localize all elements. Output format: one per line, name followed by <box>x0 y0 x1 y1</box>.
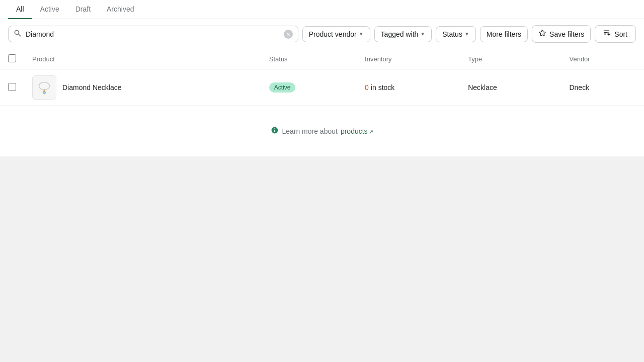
product-column-header: Product <box>24 49 261 69</box>
tab-archived[interactable]: Archived <box>99 0 142 19</box>
star-icon <box>538 29 546 39</box>
svg-point-0 <box>39 82 50 90</box>
status-label: Status <box>442 30 462 38</box>
tab-draft[interactable]: Draft <box>67 0 99 19</box>
status-cell: Active <box>261 69 357 106</box>
status-chevron-icon: ▼ <box>464 31 469 37</box>
tagged-with-label: Tagged with <box>381 30 419 38</box>
svg-point-1 <box>43 92 46 94</box>
product-vendor-filter-button[interactable]: Product vendor ▼ <box>302 26 370 42</box>
sort-icon <box>603 29 611 39</box>
learn-more-text: Learn more about <box>282 127 338 135</box>
search-container[interactable] <box>8 26 298 42</box>
table-row: Diamond Necklace Active 0 in stock <box>0 69 644 106</box>
inventory-count: 0 <box>365 83 369 92</box>
type-cell: Necklace <box>460 69 561 106</box>
status-badge: Active <box>269 82 296 93</box>
select-all-header <box>0 49 24 69</box>
type-column-header: Type <box>460 49 561 69</box>
row-checkbox-cell <box>0 69 24 106</box>
search-icon <box>14 29 22 39</box>
products-link[interactable]: products↗ <box>341 127 373 135</box>
vendor-cell: Dneck <box>561 69 644 106</box>
inventory-label: in stock <box>371 83 394 92</box>
table-container: Product Status Inventory Type Vendor <box>0 49 644 106</box>
inventory-column-header: Inventory <box>357 49 460 69</box>
row-select-checkbox[interactable] <box>8 83 16 91</box>
product-vendor-label: Product vendor <box>309 30 357 38</box>
save-filters-button[interactable]: Save filters <box>532 25 591 43</box>
footer-info: Learn more about products↗ <box>0 106 644 156</box>
table-header-row: Product Status Inventory Type Vendor <box>0 49 644 69</box>
save-filters-label: Save filters <box>549 30 584 38</box>
product-cell[interactable]: Diamond Necklace <box>24 69 261 106</box>
product-thumbnail <box>32 75 56 100</box>
page-container: All Active Draft Archived <box>0 0 644 362</box>
inventory-cell: 0 in stock <box>357 69 460 106</box>
search-input[interactable] <box>26 30 280 38</box>
select-all-checkbox[interactable] <box>8 54 16 62</box>
info-icon <box>271 126 279 136</box>
more-filters-label: More filters <box>487 30 521 38</box>
vendor-column-header: Vendor <box>561 49 644 69</box>
product-name: Diamond Necklace <box>62 83 122 92</box>
more-filters-button[interactable]: More filters <box>480 26 528 42</box>
tagged-with-filter-button[interactable]: Tagged with ▼ <box>374 26 432 42</box>
sort-button[interactable]: Sort <box>595 25 636 43</box>
tabs-bar: All Active Draft Archived <box>0 0 644 19</box>
status-column-header: Status <box>261 49 357 69</box>
sort-label: Sort <box>614 30 627 38</box>
products-table: Product Status Inventory Type Vendor <box>0 49 644 106</box>
main-content: Product vendor ▼ Tagged with ▼ Status ▼ … <box>0 19 644 156</box>
search-clear-button[interactable] <box>284 30 293 39</box>
products-link-label: products <box>341 127 368 135</box>
product-vendor-chevron-icon: ▼ <box>359 31 364 37</box>
status-filter-button[interactable]: Status ▼ <box>436 26 476 42</box>
tab-active[interactable]: Active <box>32 0 67 19</box>
toolbar: Product vendor ▼ Tagged with ▼ Status ▼ … <box>0 19 644 49</box>
external-link-icon: ↗ <box>369 129 373 135</box>
tagged-with-chevron-icon: ▼ <box>420 31 425 37</box>
tab-all[interactable]: All <box>8 0 32 19</box>
